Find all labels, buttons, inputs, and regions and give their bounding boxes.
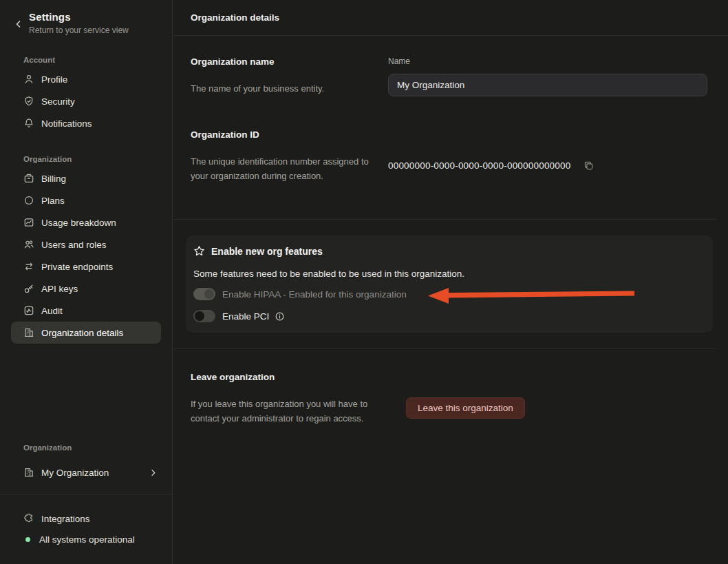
building-icon	[23, 467, 34, 478]
audit-icon	[23, 305, 34, 316]
org-id-description: The unique identification number assigne…	[191, 154, 376, 183]
account-nav: Profile Security Notifications	[0, 68, 172, 134]
arrows-swap-icon	[23, 261, 34, 272]
status-label: All systems operational	[39, 534, 135, 545]
shield-icon	[23, 96, 34, 107]
card-header: Enable new org features	[193, 245, 699, 257]
sidebar-header: Settings Return to your service view	[0, 0, 172, 35]
sidebar-item-usage-breakdown[interactable]: Usage breakdown	[11, 211, 161, 233]
section-label-organization: Organization	[23, 155, 161, 163]
key-icon	[23, 283, 34, 294]
person-icon	[23, 74, 34, 85]
org-id-value: 00000000-0000-0000-0000-000000000000	[388, 160, 570, 171]
sidebar-item-private-endpoints[interactable]: Private endpoints	[11, 255, 161, 278]
sidebar-item-label: Plans	[41, 196, 65, 206]
enable-features-card: Enable new org features Some features ne…	[186, 236, 713, 333]
wallet-icon	[23, 173, 34, 184]
hipaa-toggle[interactable]	[193, 288, 215, 300]
leave-org-heading: Leave organization	[191, 372, 717, 382]
org-name-input[interactable]	[388, 74, 707, 96]
org-switcher[interactable]: My Organization	[11, 461, 161, 483]
sidebar-item-label: Billing	[41, 174, 66, 184]
card-description: Some features need to be enabled to be u…	[193, 269, 699, 279]
pci-toggle-label: Enable PCI	[222, 311, 269, 322]
sidebar-item-label: Organization details	[41, 328, 123, 338]
sidebar-item-label: Private endpoints	[41, 262, 113, 272]
sidebar-item-api-keys[interactable]: API keys	[11, 278, 161, 300]
section-label-account: Account	[23, 56, 161, 64]
chart-icon	[23, 217, 34, 228]
sidebar-item-label: API keys	[41, 284, 78, 294]
main-header: Organization details	[173, 0, 728, 36]
sidebar-item-label: Notifications	[41, 118, 92, 129]
sidebar-item-plans[interactable]: Plans	[11, 189, 161, 211]
sidebar-item-label: Security	[41, 96, 75, 107]
divider	[173, 219, 717, 220]
leave-organization-button[interactable]: Leave this organization	[406, 397, 525, 419]
star-icon	[193, 245, 205, 257]
org-name-description: The name of your business entity.	[191, 81, 376, 96]
org-name-section: Organization name The name of your busin…	[191, 56, 717, 96]
integrations-label: Integrations	[41, 514, 90, 524]
status-green-dot	[25, 537, 30, 542]
sidebar-item-label: Usage breakdown	[41, 218, 116, 228]
sidebar-footer: Integrations All systems operational	[0, 494, 172, 550]
card-title: Enable new org features	[211, 246, 323, 257]
integrations-link[interactable]: Integrations	[11, 508, 161, 529]
org-switcher-label: Organization	[23, 443, 161, 452]
info-icon[interactable]	[275, 311, 285, 322]
sidebar-item-profile[interactable]: Profile	[11, 68, 161, 90]
org-switcher-value: My Organization	[41, 468, 109, 478]
org-name-field-group: Name	[388, 56, 717, 96]
divider	[173, 348, 717, 349]
building-icon	[23, 327, 34, 338]
users-icon	[23, 239, 34, 250]
sidebar-item-users-and-roles[interactable]: Users and roles	[11, 233, 161, 255]
sidebar-item-organization-details[interactable]: Organization details	[11, 322, 161, 344]
sidebar-subtitle[interactable]: Return to your service view	[29, 25, 164, 35]
chevron-right-icon	[147, 467, 158, 478]
sidebar: Settings Return to your service view Acc…	[0, 0, 173, 564]
sidebar-item-label: Audit	[41, 306, 63, 316]
back-chevron-icon[interactable]	[12, 18, 25, 30]
sidebar-item-label: Profile	[41, 74, 67, 85]
sidebar-item-audit[interactable]: Audit	[11, 300, 161, 322]
sidebar-item-label: Users and roles	[41, 240, 107, 250]
circle-icon	[23, 195, 34, 206]
puzzle-icon	[23, 513, 34, 524]
pci-toggle-row: Enable PCI	[193, 309, 699, 323]
sidebar-item-billing[interactable]: Billing	[11, 167, 161, 189]
org-id-section: Organization ID The unique identificatio…	[191, 129, 717, 183]
page-title: Organization details	[191, 12, 279, 23]
org-id-value-group: 00000000-0000-0000-0000-000000000000	[388, 129, 717, 171]
pci-toggle[interactable]	[193, 310, 215, 322]
sidebar-bottom: Organization My Organization Integration…	[0, 443, 172, 550]
hipaa-toggle-row: Enable HIPAA - Enabled for this organiza…	[193, 287, 699, 301]
bell-icon	[23, 118, 34, 129]
hipaa-toggle-label: Enable HIPAA - Enabled for this organiza…	[222, 289, 407, 300]
sidebar-title: Settings	[29, 11, 164, 23]
sidebar-item-security[interactable]: Security	[11, 90, 161, 112]
copy-icon[interactable]	[583, 160, 594, 171]
name-field-label: Name	[388, 56, 717, 66]
leave-org-description: If you leave this organization you will …	[191, 397, 376, 426]
leave-org-section: Leave organization If you leave this org…	[191, 372, 717, 426]
settings-app: Settings Return to your service view Acc…	[0, 0, 728, 564]
sidebar-item-notifications[interactable]: Notifications	[11, 112, 161, 134]
organization-nav: Billing Plans Usage breakdown Users and …	[0, 167, 172, 344]
system-status-link[interactable]: All systems operational	[11, 529, 161, 550]
main-panel: Organization details Organization name T…	[173, 0, 728, 564]
